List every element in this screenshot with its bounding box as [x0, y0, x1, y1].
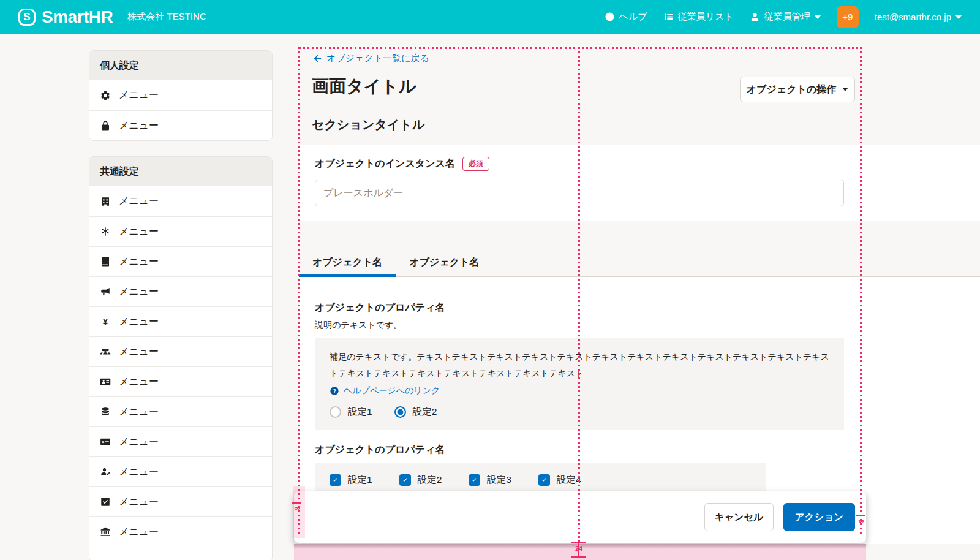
menu-item-icon: [100, 256, 111, 267]
menu-item-icon: [100, 120, 111, 131]
required-badge: 必須: [462, 157, 489, 171]
sidebar-item-menu[interactable]: メニュー: [89, 276, 272, 306]
radio-option[interactable]: 設定1: [330, 406, 372, 418]
checkbox[interactable]: [538, 474, 550, 486]
sidebar-item-menu[interactable]: メニュー: [89, 110, 272, 140]
sidebar-item-menu[interactable]: メニュー: [89, 246, 272, 276]
menu-item-icon: [100, 90, 111, 101]
tab-object-name[interactable]: オブジェクト名: [396, 248, 492, 277]
chevron-down-icon: [842, 88, 848, 91]
sidebar-item-label: メニュー: [119, 346, 159, 358]
chevron-down-icon: [815, 15, 821, 19]
sidebar: 個人設定 メニュー メニュー 共通設定: [89, 50, 273, 560]
checkbox[interactable]: [330, 474, 341, 486]
chevron-down-icon: [956, 15, 962, 19]
brand-name: SmartHR: [42, 7, 113, 27]
arrow-left-icon: [312, 53, 323, 64]
instance-name-label: オブジェクトのインスタンス名: [315, 157, 455, 170]
radio-option[interactable]: 設定2: [394, 406, 437, 418]
action-button[interactable]: アクション: [783, 503, 855, 531]
radio-button[interactable]: [330, 406, 341, 418]
company-name: 株式会社 TESTINC: [127, 11, 206, 23]
sidebar-item-label: メニュー: [119, 195, 159, 208]
checkbox[interactable]: [399, 474, 411, 486]
menu-item-icon: [100, 436, 111, 447]
menu-item-icon: [100, 526, 111, 537]
instance-name-input[interactable]: [315, 180, 844, 206]
sidebar-group-title: 個人設定: [89, 51, 272, 80]
tab-bar: オブジェクト名 オブジェクト名: [299, 248, 493, 277]
sidebar-item-menu[interactable]: メニュー: [89, 426, 272, 456]
sidebar-item-label: メニュー: [119, 286, 159, 298]
check-icon: [401, 476, 409, 484]
sidebar-item-cutoff: [89, 547, 272, 560]
menu-item-icon: [100, 316, 111, 327]
check-icon: [470, 476, 478, 484]
menu-item-icon: [100, 496, 111, 507]
help-nav-item[interactable]: ヘルプ: [605, 11, 647, 23]
checkbox-label: 設定1: [348, 474, 372, 486]
employee-admin-nav-item[interactable]: 従業員管理: [750, 11, 821, 23]
top-bar: S SmartHR 株式会社 TESTINC ヘルプ 従業員リスト 従業員管理 …: [0, 0, 980, 34]
sidebar-item-label: メニュー: [119, 466, 159, 479]
sidebar-item-menu[interactable]: メニュー: [89, 336, 272, 366]
checkbox-label: 設定3: [487, 474, 511, 486]
menu-item-icon: [100, 376, 111, 387]
checkbox-option[interactable]: 設定4: [538, 474, 581, 486]
menu-item-icon: [100, 226, 111, 237]
checkbox-label: 設定4: [557, 474, 581, 486]
account-email: test@smarthr.co.jp: [875, 12, 951, 22]
tab-object-name[interactable]: オブジェクト名: [299, 248, 396, 277]
notification-badge[interactable]: +9: [837, 6, 859, 28]
property-label-2: オブジェクトのプロパティ名: [315, 444, 445, 456]
sidebar-item-menu[interactable]: メニュー: [89, 80, 272, 110]
sidebar-item-menu[interactable]: メニュー: [89, 366, 272, 396]
menu-item-icon: [100, 346, 111, 357]
back-to-object-list-link[interactable]: オブジェクト一覧に戻る: [312, 53, 429, 64]
sidebar-item-menu[interactable]: メニュー: [89, 396, 272, 426]
sidebar-item-menu[interactable]: メニュー: [89, 216, 272, 246]
cancel-button[interactable]: キャンセル: [704, 503, 774, 531]
radio-label: 設定2: [413, 406, 437, 418]
sidebar-group-common: 共通設定 メニュー メニュー メニュー: [89, 156, 273, 560]
account-menu[interactable]: test@smarthr.co.jp: [875, 12, 962, 22]
sidebar-item-menu[interactable]: メニュー: [89, 456, 272, 486]
checkbox-option[interactable]: 設定2: [399, 474, 442, 486]
smarthr-logo[interactable]: S SmartHR: [18, 7, 113, 27]
person-icon: [750, 12, 760, 22]
radio-button[interactable]: [394, 406, 406, 418]
checkbox-label: 設定2: [418, 474, 442, 486]
supplement-text: 補足のテキストです。テキストテキストテキストテキストテキストテキストテキストテキ…: [330, 349, 829, 382]
property-label-1: オブジェクトのプロパティ名: [315, 301, 445, 314]
help-page-link[interactable]: ヘルプページへのリンク: [330, 385, 440, 396]
checkbox-option[interactable]: 設定3: [469, 474, 511, 486]
sidebar-item-label: メニュー: [119, 316, 159, 328]
radio-label: 設定1: [348, 406, 372, 418]
smarthr-logo-icon: S: [18, 9, 36, 26]
sidebar-item-label: メニュー: [119, 89, 159, 102]
sidebar-item-label: メニュー: [119, 436, 159, 448]
sidebar-item-menu[interactable]: メニュー: [89, 306, 272, 336]
check-icon: [540, 476, 548, 484]
sidebar-group-title: 共通設定: [89, 157, 272, 186]
smarthr-screen: S SmartHR 株式会社 TESTINC ヘルプ 従業員リスト 従業員管理 …: [0, 0, 980, 560]
sidebar-item-label: メニュー: [119, 376, 159, 388]
sidebar-list: メニュー メニュー: [89, 80, 272, 140]
menu-item-icon: [100, 406, 111, 417]
sidebar-item-label: メニュー: [119, 496, 159, 509]
list-icon: [663, 12, 674, 22]
menu-item-icon: [100, 196, 111, 207]
employee-list-nav-item[interactable]: 従業員リスト: [663, 11, 734, 23]
sidebar-item-menu[interactable]: メニュー: [89, 516, 272, 547]
checkbox-option[interactable]: 設定1: [330, 474, 372, 486]
object-actions-button[interactable]: オブジェクトの操作: [740, 77, 855, 102]
sidebar-group-personal: 個人設定 メニュー メニュー: [89, 50, 273, 141]
floating-action-bar: キャンセル アクション: [294, 491, 866, 543]
menu-item-icon: [100, 466, 111, 477]
property-description: 説明のテキストです。: [315, 320, 402, 331]
help-icon: [605, 12, 615, 22]
page-title: 画面タイトル: [312, 75, 417, 98]
sidebar-item-menu[interactable]: メニュー: [89, 486, 272, 516]
sidebar-item-menu[interactable]: メニュー: [89, 186, 272, 216]
checkbox[interactable]: [469, 474, 480, 486]
